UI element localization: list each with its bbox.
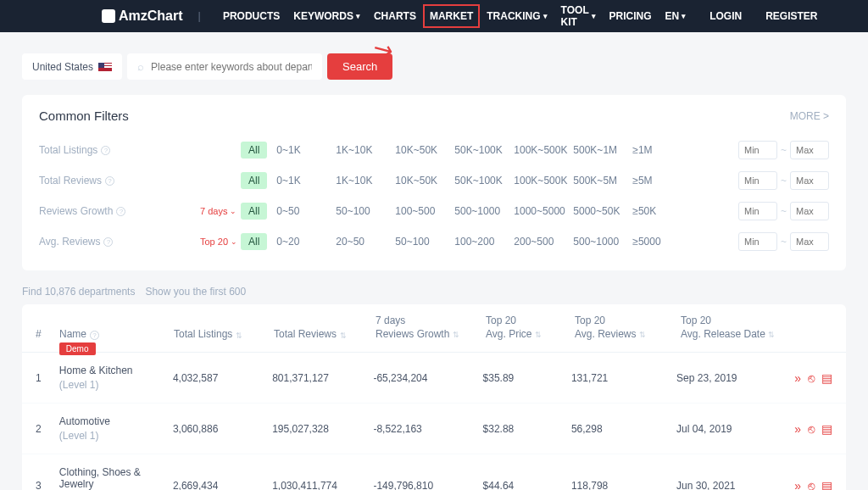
filter-option[interactable]: 0~1K bbox=[269, 142, 326, 159]
cell-date: Sep 23, 2019 bbox=[676, 372, 794, 384]
filter-option[interactable]: 500K~5M bbox=[565, 172, 623, 189]
filter-option[interactable]: 500~1000 bbox=[447, 203, 504, 220]
save-icon[interactable]: ▤ bbox=[821, 422, 832, 436]
th-price[interactable]: Top 20Avg. Price ⇅ bbox=[486, 315, 575, 340]
filter-option[interactable]: ≥5000 bbox=[625, 233, 682, 250]
filter-option[interactable]: 10K~50K bbox=[387, 172, 445, 189]
cell-name[interactable]: Automotive(Level 1) bbox=[59, 415, 173, 442]
link-icon[interactable]: ⎋ bbox=[808, 479, 815, 491]
expand-icon[interactable]: » bbox=[794, 371, 801, 385]
search-input[interactable] bbox=[151, 61, 312, 73]
filter-option[interactable]: 100~200 bbox=[447, 233, 504, 250]
filter-option[interactable]: All bbox=[241, 233, 267, 250]
nav-divider: | bbox=[198, 10, 201, 22]
filter-option[interactable]: 1000~5000 bbox=[506, 203, 564, 220]
th-name[interactable]: Name? bbox=[59, 315, 174, 340]
th-reviews[interactable]: Total Reviews⇅ bbox=[274, 315, 376, 340]
th-growth[interactable]: 7 daysReviews Growth ⇅ bbox=[376, 315, 486, 340]
brand-logo[interactable]: AmzChart bbox=[102, 8, 183, 24]
th-avgrev[interactable]: Top 20Avg. Reviews ⇅ bbox=[575, 315, 681, 340]
table-row: 1DemoHome & Kitchen(Level 1)4,032,587801… bbox=[22, 353, 846, 404]
filter-option[interactable]: 50K~100K bbox=[447, 142, 504, 159]
link-icon[interactable]: ⎋ bbox=[808, 371, 815, 385]
cell-growth: -65,234,204 bbox=[373, 372, 482, 384]
filter-option[interactable]: All bbox=[241, 203, 267, 220]
nav-right: EN▾ LOGIN REGISTER bbox=[659, 10, 825, 22]
nav-lang[interactable]: EN▾ bbox=[659, 10, 693, 22]
filter-option[interactable]: All bbox=[241, 142, 267, 159]
min-input[interactable] bbox=[738, 141, 777, 159]
max-input[interactable] bbox=[790, 202, 829, 220]
th-listings[interactable]: Total Listings⇅ bbox=[174, 315, 274, 340]
results-show: Show you the first 600 bbox=[145, 286, 246, 298]
cell-listings: 4,032,587 bbox=[173, 372, 272, 384]
filter-option[interactable]: 500~1000 bbox=[565, 233, 623, 250]
nav-register[interactable]: REGISTER bbox=[759, 10, 824, 22]
results-found: Find 10,876 departments bbox=[22, 286, 135, 298]
cell-price: $35.89 bbox=[483, 372, 571, 384]
min-input[interactable] bbox=[738, 202, 777, 220]
help-icon: ? bbox=[101, 146, 110, 155]
max-input[interactable] bbox=[790, 232, 829, 251]
min-input[interactable] bbox=[738, 232, 777, 251]
filter-option[interactable]: 50K~100K bbox=[447, 172, 504, 189]
filter-sub[interactable]: 7 days ⌄ bbox=[200, 206, 241, 216]
filter-sub[interactable]: Top 20 ⌄ bbox=[200, 237, 241, 247]
filter-option[interactable]: All bbox=[241, 172, 267, 189]
filter-label: Total Reviews ? bbox=[39, 175, 200, 187]
save-icon[interactable]: ▤ bbox=[821, 371, 832, 385]
filter-option[interactable]: 5000~50K bbox=[565, 203, 623, 220]
expand-icon[interactable]: » bbox=[794, 479, 801, 491]
results-meta: Find 10,876 departments Show you the fir… bbox=[22, 286, 846, 298]
logo-icon bbox=[102, 9, 115, 23]
more-link[interactable]: MORE > bbox=[790, 110, 829, 122]
filter-option[interactable]: 0~20 bbox=[269, 233, 326, 250]
cell-name[interactable]: Clothing, Shoes & Jewelry(Level 1) bbox=[59, 466, 173, 490]
nav-login[interactable]: LOGIN bbox=[703, 10, 748, 22]
nav-tracking[interactable]: TRACKING▾ bbox=[480, 4, 554, 28]
nav-pricing[interactable]: PRICING bbox=[603, 4, 659, 28]
sort-icon: ⇅ bbox=[535, 331, 542, 339]
expand-icon[interactable]: » bbox=[794, 422, 801, 436]
filter-option[interactable]: 1K~10K bbox=[328, 142, 386, 159]
chevron-down-icon: ▾ bbox=[356, 12, 360, 20]
sort-icon: ⇅ bbox=[639, 331, 646, 339]
filter-option[interactable]: ≥50K bbox=[625, 203, 682, 220]
country-label: United States bbox=[32, 61, 93, 73]
nav-charts[interactable]: CHARTS bbox=[367, 4, 423, 28]
nav-toolkit[interactable]: TOOL KIT▾ bbox=[554, 4, 603, 28]
filter-label: Total Listings ? bbox=[39, 144, 200, 156]
filter-option[interactable]: ≥5M bbox=[625, 172, 682, 189]
cell-name[interactable]: DemoHome & Kitchen(Level 1) bbox=[59, 365, 173, 391]
chevron-down-icon: ▾ bbox=[592, 12, 596, 20]
nav-market[interactable]: MARKET bbox=[423, 4, 480, 28]
filter-option[interactable]: 50~100 bbox=[328, 203, 386, 220]
filter-option[interactable]: 100~500 bbox=[387, 203, 445, 220]
sort-icon: ⇅ bbox=[768, 331, 775, 339]
filter-option[interactable]: 200~500 bbox=[506, 233, 564, 250]
min-input[interactable] bbox=[738, 171, 777, 190]
filter-label: Avg. Reviews ? bbox=[39, 236, 200, 248]
country-select[interactable]: United States bbox=[22, 53, 122, 80]
filter-option[interactable]: 10K~50K bbox=[387, 142, 445, 159]
filter-option[interactable]: 20~50 bbox=[328, 233, 386, 250]
filter-option[interactable]: 0~1K bbox=[269, 172, 326, 189]
max-input[interactable] bbox=[790, 141, 829, 159]
filter-option[interactable]: 50~100 bbox=[387, 233, 445, 250]
cell-reviews: 1,030,411,774 bbox=[272, 480, 373, 491]
link-icon[interactable]: ⎋ bbox=[808, 422, 815, 436]
filter-option[interactable]: 500K~1M bbox=[565, 142, 623, 159]
filter-option[interactable]: 0~50 bbox=[269, 203, 326, 220]
filter-option[interactable]: ≥1M bbox=[625, 142, 682, 159]
filter-option[interactable]: 100K~500K bbox=[506, 142, 564, 159]
max-input[interactable] bbox=[790, 171, 829, 190]
th-date[interactable]: Top 20Avg. Release Date ⇅ bbox=[681, 315, 799, 340]
nav-keywords[interactable]: KEYWORDS▾ bbox=[287, 4, 367, 28]
help-icon: ? bbox=[105, 176, 114, 186]
save-icon[interactable]: ▤ bbox=[821, 479, 832, 491]
cell-date: Jul 04, 2019 bbox=[676, 423, 794, 435]
filter-option[interactable]: 100K~500K bbox=[506, 172, 564, 189]
nav-products[interactable]: PRODUCTS bbox=[216, 4, 287, 28]
cell-actions: »⎋▤ bbox=[794, 422, 832, 436]
filter-option[interactable]: 1K~10K bbox=[328, 172, 386, 189]
